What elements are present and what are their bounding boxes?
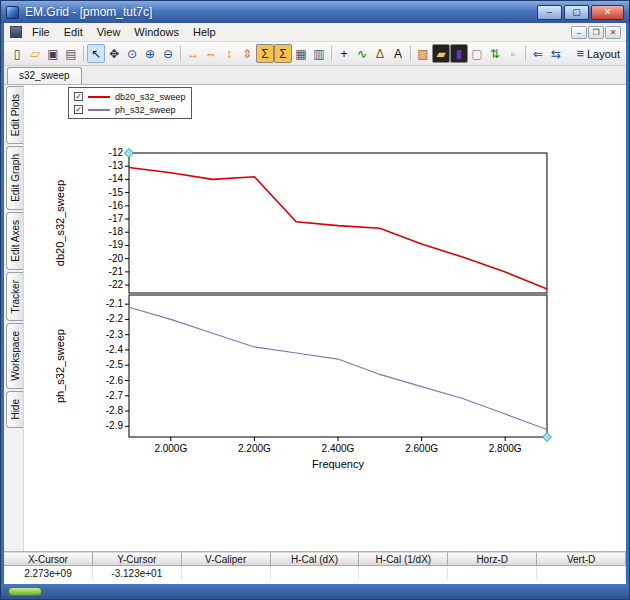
minimize-button[interactable]: –: [537, 5, 562, 20]
fit-x-icon[interactable]: ↔: [184, 44, 202, 63]
side-tab-label: Edit Plots: [10, 94, 21, 136]
y-tick-label: -2.8: [106, 405, 124, 416]
curve-fit-icon[interactable]: ∿: [353, 44, 371, 63]
plot-frame-db20-s32-sweep: [129, 153, 547, 293]
app-icon[interactable]: [6, 6, 19, 19]
side-tab-edit-graph[interactable]: Edit Graph: [6, 146, 23, 210]
zoom-in-icon[interactable]: ⊕: [141, 44, 159, 63]
legend-line-sample: [88, 96, 110, 98]
status-header-x-cursor[interactable]: X-Cursor: [4, 552, 93, 566]
save-icon[interactable]: ▣: [44, 44, 62, 63]
mdi-close-button[interactable]: ✕: [605, 26, 621, 39]
legend-checkbox[interactable]: ✓: [74, 92, 83, 101]
toolbar-separator: [525, 46, 526, 61]
cursor-status-bar: X-CursorY-CursorV-CaliperH-Cal (dX)H-Cal…: [4, 551, 626, 579]
mdi-minimize-button[interactable]: –: [571, 26, 587, 39]
window-controls: – ▢ ✕: [537, 5, 624, 20]
delta-cursor-icon[interactable]: Δ: [371, 44, 389, 63]
toolbar-separator: [180, 46, 181, 61]
status-header-h-cal-dx[interactable]: H-Cal (dX): [271, 552, 360, 566]
blank-view-icon[interactable]: ▫: [504, 44, 522, 63]
side-tab-edit-axes[interactable]: Edit Axes: [6, 212, 23, 270]
status-header-v-caliper[interactable]: V-Caliper: [182, 552, 271, 566]
side-tab-label: Tracker: [10, 280, 21, 314]
legend-item-ph-s32-sweep[interactable]: ✓ph_s32_sweep: [74, 103, 186, 116]
status-value-6: [537, 566, 626, 580]
y-axis-label-db20-s32-sweep: db20_s32_sweep: [54, 180, 66, 266]
status-header-y-cursor[interactable]: Y-Cursor: [93, 552, 182, 566]
toolbar-separator: [83, 46, 84, 61]
side-tab-label: Edit Graph: [10, 154, 21, 202]
plot-canvas[interactable]: -12-13-14-15-16-17-18-19-20-21-22db20_s3…: [24, 85, 628, 551]
fit-x-limits-icon[interactable]: ⇔: [202, 44, 220, 63]
side-tab-hide[interactable]: Hide: [6, 391, 23, 428]
grid-table-icon[interactable]: ▦: [292, 44, 310, 63]
status-header-horz-d[interactable]: Horz-D: [448, 552, 537, 566]
data-table-icon[interactable]: ▥: [310, 44, 328, 63]
dark-plot-icon[interactable]: ▰: [432, 44, 450, 63]
plot-area: ✓db20_s32_sweep✓ph_s32_sweep -12-13-14-1…: [24, 85, 626, 551]
legend-label: db20_s32_sweep: [115, 92, 186, 102]
y-tick-label: -18: [109, 226, 124, 237]
zoom-window-icon[interactable]: ⊙: [123, 44, 141, 63]
tab-s32-sweep[interactable]: s32_sweep: [7, 67, 82, 84]
fit-y-icon[interactable]: ↕: [220, 44, 238, 63]
menu-windows[interactable]: Windows: [127, 24, 186, 40]
y-tick-label: -13: [109, 160, 124, 171]
menu-edit[interactable]: Edit: [57, 24, 90, 40]
select-pointer-icon[interactable]: ↖: [87, 44, 105, 63]
layout-toggle[interactable]: ≡ Layout: [576, 46, 622, 61]
y-tick-label: -2.4: [106, 344, 124, 355]
y-axis-label-ph-s32-sweep: ph_s32_sweep: [54, 329, 66, 403]
menu-help[interactable]: Help: [186, 24, 223, 40]
side-tab-edit-plots[interactable]: Edit Plots: [6, 86, 23, 144]
side-tab-tracker[interactable]: Tracker: [6, 272, 23, 322]
scale-axes-icon[interactable]: ⇅: [486, 44, 504, 63]
status-value-1: -3.123e+01: [93, 566, 182, 580]
menu-view[interactable]: View: [90, 24, 128, 40]
zoom-out-icon[interactable]: ⊖: [159, 44, 177, 63]
main-content: Edit PlotsEdit GraphEdit AxesTrackerWork…: [4, 85, 626, 551]
pan-hand-icon[interactable]: ✥: [105, 44, 123, 63]
close-button[interactable]: ✕: [591, 5, 624, 20]
fit-y-limits-icon[interactable]: ⇕: [238, 44, 256, 63]
side-tab-strip: Edit PlotsEdit GraphEdit AxesTrackerWork…: [4, 85, 24, 551]
menu-file[interactable]: File: [25, 24, 57, 40]
side-tab-workspace[interactable]: Workspace: [6, 323, 23, 389]
print-icon[interactable]: ▤: [62, 44, 80, 63]
y-tick-label: -19: [109, 239, 124, 250]
title-bar[interactable]: EM.Grid - [pmom_tut7c] – ▢ ✕: [1, 1, 629, 23]
spectrum-plot-icon[interactable]: ▮: [450, 44, 468, 63]
y-tick-label: -2.6: [106, 375, 124, 386]
light-plot-icon[interactable]: ▢: [468, 44, 486, 63]
legend-item-db20-s32-sweep[interactable]: ✓db20_s32_sweep: [74, 90, 186, 103]
y-tick-label: -20: [109, 253, 124, 264]
text-annotation-icon[interactable]: A: [389, 44, 407, 63]
x-tick-label: 2.200G: [238, 443, 271, 454]
side-tab-label: Edit Axes: [10, 220, 21, 262]
swap-axes-icon[interactable]: ⇆: [547, 44, 565, 63]
maximize-button[interactable]: ▢: [564, 5, 589, 20]
plot-frame-ph-s32-sweep: [129, 295, 547, 437]
y-tick-label: -16: [109, 200, 124, 211]
status-header-h-cal-1-dx[interactable]: H-Cal (1/dX): [359, 552, 448, 566]
status-value-0: 2.273e+09: [4, 566, 93, 580]
sum-y-icon[interactable]: Σ: [274, 44, 292, 63]
sum-x-icon[interactable]: Σ: [256, 44, 274, 63]
y-tick-label: -12: [109, 147, 124, 158]
open-folder-icon[interactable]: ▱: [26, 44, 44, 63]
legend-checkbox[interactable]: ✓: [74, 105, 83, 114]
side-tab-label: Hide: [10, 399, 21, 420]
previous-view-icon[interactable]: ⇐: [529, 44, 547, 63]
status-header-vert-d[interactable]: Vert-D: [537, 552, 626, 566]
legend: ✓db20_s32_sweep✓ph_s32_sweep: [68, 87, 192, 119]
add-marker-icon[interactable]: +: [335, 44, 353, 63]
document-icon[interactable]: [10, 26, 22, 38]
side-tab-label: Workspace: [10, 331, 21, 381]
y-tick-label: -14: [109, 173, 124, 184]
mdi-restore-button[interactable]: ❐: [588, 26, 604, 39]
plot-style-icon[interactable]: ▧: [414, 44, 432, 63]
new-document-icon[interactable]: ▯: [8, 44, 26, 63]
toolbar-separator: [331, 46, 332, 61]
layout-label: Layout: [587, 48, 620, 60]
